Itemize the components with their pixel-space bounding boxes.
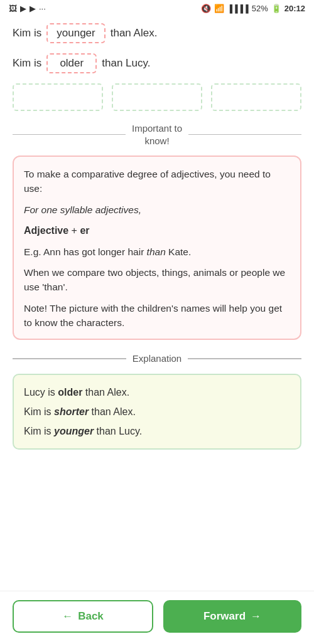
- empty-boxes-row: [13, 83, 301, 111]
- play-icon: ▶: [20, 4, 26, 13]
- explanation-line-2: Kim is shorter than Alex.: [24, 403, 290, 420]
- er-word: er: [80, 225, 89, 236]
- exp2-prefix: Kim is: [24, 406, 54, 417]
- back-button[interactable]: ← Back: [13, 600, 153, 633]
- explanation-line-3: Kim is younger than Lucy.: [24, 423, 290, 440]
- mute-icon: 🔇: [201, 4, 211, 13]
- exp2-suffix: than Alex.: [89, 406, 136, 417]
- divider-line-left: [13, 134, 126, 135]
- sentence-row-1: Kim is younger than Alex.: [13, 23, 301, 43]
- status-right-icons: 🔇 📶 ▐▐▐▐ 52% 🔋 20:12: [201, 4, 305, 13]
- explanation-label: Explanation: [133, 352, 181, 365]
- important-label: Important toknow!: [132, 122, 182, 147]
- more-icon: ···: [39, 4, 46, 13]
- info-card: To make a comparative degree of adjectiv…: [13, 156, 301, 340]
- important-divider: Important toknow!: [13, 122, 301, 147]
- adjective-word: Adjective: [24, 225, 68, 236]
- info-line1: To make a comparative degree of adjectiv…: [24, 167, 290, 196]
- wifi-icon: 📶: [214, 4, 224, 13]
- exp1-prefix: Lucy is: [24, 387, 58, 398]
- signal-icon: ▐▐▐▐: [227, 4, 249, 13]
- sentence2-prefix: Kim is: [13, 57, 41, 70]
- info-line5: Note! The picture with the children's na…: [24, 301, 290, 330]
- battery-icon: 🔋: [271, 4, 281, 13]
- info-line4: When we compare two objects, things, ani…: [24, 265, 290, 295]
- exp2-bold: shorter: [54, 406, 89, 417]
- back-label: Back: [78, 610, 104, 623]
- word-box-younger: younger: [46, 23, 105, 43]
- empty-box-3[interactable]: [211, 83, 301, 111]
- photo-icon: 🖼: [9, 4, 17, 13]
- exp3-suffix: than Lucy.: [94, 426, 142, 436]
- exp1-suffix: than Alex.: [82, 387, 129, 398]
- empty-box-1[interactable]: [13, 83, 103, 111]
- explanation-line-1: Lucy is older than Alex.: [24, 384, 290, 401]
- adjective-er-line: Adjective + er: [24, 223, 290, 238]
- sentence1-suffix: than Alex.: [111, 27, 158, 40]
- word-box-older: older: [46, 53, 97, 73]
- bottom-nav: ← Back Forward →: [0, 591, 314, 644]
- forward-arrow-icon: →: [251, 610, 261, 623]
- main-content: Kim is younger than Alex. Kim is older t…: [0, 16, 314, 521]
- explanation-card: Lucy is older than Alex. Kim is shorter …: [13, 374, 301, 450]
- forward-button[interactable]: Forward →: [163, 600, 301, 633]
- sentence2-suffix: than Lucy.: [102, 57, 150, 70]
- plus-sign: +: [68, 225, 80, 236]
- sentence1-prefix: Kim is: [13, 27, 41, 40]
- back-arrow-icon: ←: [62, 610, 73, 623]
- sentence-row-2: Kim is older than Lucy.: [13, 53, 301, 73]
- battery-label: 52%: [252, 4, 268, 13]
- divider-line-right: [188, 134, 301, 135]
- explanation-divider: Explanation: [13, 352, 301, 365]
- info-example: E.g. Ann has got longer hair than Kate.: [24, 245, 290, 259]
- explanation-line-left: [13, 358, 126, 359]
- time-label: 20:12: [284, 4, 305, 13]
- status-icons: 🖼 ▶ ▶ ···: [9, 4, 46, 13]
- exp3-bold: younger: [54, 426, 94, 436]
- info-line2: For one syllable adjectives,: [24, 203, 290, 217]
- exp3-prefix: Kim is: [24, 426, 54, 436]
- explanation-line-right: [188, 358, 301, 359]
- forward-label: Forward: [203, 610, 246, 623]
- exp1-bold: older: [58, 387, 82, 398]
- empty-box-2[interactable]: [112, 83, 202, 111]
- status-bar: 🖼 ▶ ▶ ··· 🔇 📶 ▐▐▐▐ 52% 🔋 20:12: [0, 0, 314, 16]
- play2-icon: ▶: [30, 4, 36, 13]
